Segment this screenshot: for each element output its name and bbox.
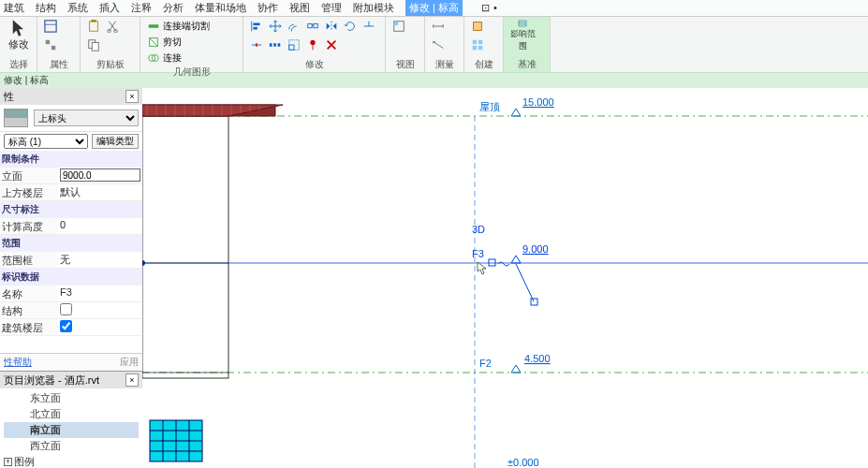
edit-type-button[interactable]: 编辑类型 [92,134,139,149]
split-icon[interactable] [249,37,264,52]
level-value[interactable]: 15.000 [522,96,554,108]
browser-tree[interactable]: 东立面北立面南立面西立面+图例+明细表/数量-图纸 (全部)+001 - 总平面… [0,388,142,468]
prop-category: 限制条件 [0,151,142,168]
bubble-toggle[interactable] [489,259,495,266]
menu-item-active[interactable]: 修改 | 标高 [405,0,463,16]
join-label[interactable]: 连接 [163,51,182,65]
pin-icon[interactable] [305,37,320,52]
expand-icon[interactable]: ⊡ [481,2,490,14]
ribbon-group-view: 视图 [386,17,425,72]
elevation-view: 屋顶 15.000 F3 9.000 3D F2 4.500 ±0.000 [142,88,868,468]
menu-item[interactable]: 附加模块 [353,1,394,15]
tree-node[interactable]: 北立面 [4,406,139,422]
cope-icon[interactable] [146,19,161,34]
prop-value[interactable]: 无 [58,252,142,268]
menu-item[interactable]: 插入 [99,1,120,15]
prop-row: 立面 [0,168,142,184]
elevation-input[interactable] [60,168,140,182]
cut-icon[interactable] [105,19,120,34]
ribbon-group-modify: 修改 [243,17,386,72]
context-bar: 修改 | 标高 [0,73,868,88]
dimension-icon[interactable] [431,37,446,52]
dot-icon[interactable]: • [493,2,497,14]
prop-row: 结构 [0,302,142,319]
type-icon[interactable] [43,37,58,52]
view-icon[interactable] [391,19,406,34]
menu-item[interactable]: 分析 [163,1,184,15]
mirror-icon[interactable] [324,19,339,34]
menu-item[interactable]: 视图 [289,1,310,15]
group-icon[interactable] [470,37,485,52]
join-icon[interactable] [146,51,161,66]
prop-category: 尺寸标注 [0,201,142,218]
ribbon-label: 修改 [249,58,379,72]
curtain-wall-preview [150,420,202,461]
copy-mod-icon[interactable] [305,19,320,34]
measure-icon[interactable] [431,19,446,34]
scale-icon[interactable] [287,37,302,52]
apply-button[interactable]: 应用 [120,356,139,369]
paste-icon[interactable] [86,19,101,34]
level-name[interactable]: 屋顶 [479,101,500,112]
tree-node[interactable]: 南立面 [4,422,139,438]
propagate-button[interactable]: 影响范围 [509,19,536,52]
svg-rect-20 [270,43,272,47]
expander-icon[interactable]: + [4,458,12,466]
level-value[interactable]: ±0.000 [508,457,539,468]
array-icon[interactable] [268,37,283,52]
rotate-icon[interactable] [343,19,358,34]
cut-geom-label[interactable]: 剪切 [163,36,182,49]
tree-node[interactable]: 西立面 [4,438,139,454]
align-icon[interactable] [249,19,264,34]
delete-icon[interactable] [324,37,339,52]
menu-item[interactable]: 管理 [321,1,342,15]
move-icon[interactable] [268,19,283,34]
create-icon[interactable] [470,19,485,34]
cursor-icon [9,19,28,37]
menu-item[interactable]: 结构 [36,1,56,15]
ribbon-label: 选择 [6,58,31,72]
type-dropdown[interactable]: 上标头 [34,110,139,126]
menu-item[interactable]: 协作 [257,1,278,15]
svg-rect-10 [149,24,159,28]
prop-value[interactable]: F3 [58,285,142,301]
menu-item[interactable]: 建筑 [4,1,24,15]
ribbon-label: 基准 [509,58,544,72]
structural-checkbox[interactable] [60,303,72,315]
ribbon-group-datum: 影响范围 基准 [504,17,551,72]
offset-icon[interactable] [287,19,302,34]
menu-item[interactable]: 系统 [67,1,88,15]
trim-icon[interactable] [361,19,376,34]
modify-button[interactable]: 修改 [6,19,32,52]
tree-label: 图例 [14,455,35,468]
menu-item[interactable]: 注释 [131,1,152,15]
level-value[interactable]: 9.000 [522,243,549,255]
left-panels: 性 × 上标头 标高 (1) 编辑类型 限制条件 立面 上方楼层默认 尺寸标注 … [0,88,142,468]
prop-value[interactable]: 0 [58,218,142,234]
building-story-checkbox[interactable] [60,320,72,332]
prop-label: 计算高度 [0,218,58,234]
ribbon-label: 创建 [470,58,497,72]
help-link[interactable]: 性帮助 [4,356,32,369]
cope-label[interactable]: 连接端切割 [163,20,210,33]
svg-rect-0 [45,21,56,32]
instance-select[interactable]: 标高 (1) [4,134,88,149]
tree-node[interactable]: +图例 [4,454,139,468]
prop-value[interactable]: 默认 [58,184,142,200]
padlock-icon[interactable] [531,299,537,305]
prop-row: 名称F3 [0,285,142,302]
level-name[interactable]: F2 [479,358,492,369]
level-value[interactable]: 4.500 [524,353,551,364]
cut-geom-icon[interactable] [146,35,161,50]
3d-toggle[interactable]: 3D [472,224,485,235]
menu-item[interactable]: 体量和场地 [195,1,246,15]
tree-node[interactable]: 东立面 [4,390,139,406]
level-name[interactable]: F3 [472,248,484,259]
ribbon-label: 视图 [391,58,419,72]
close-icon[interactable]: × [125,373,139,387]
properties-icon[interactable] [43,19,58,34]
svg-line-12 [150,38,158,47]
close-icon[interactable]: × [125,90,139,103]
copy-icon[interactable] [86,37,101,52]
drawing-canvas[interactable]: 屋顶 15.000 F3 9.000 3D F2 4.500 ±0.000 [142,88,868,468]
